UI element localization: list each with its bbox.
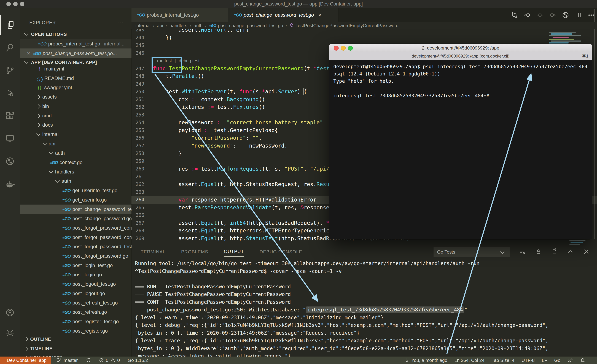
- status-ln-264-col-24[interactable]: Ln 264, Col 24: [455, 358, 485, 363]
- code-text: t.Parallel(): [153, 72, 204, 80]
- scroll-lock-icon[interactable]: [535, 248, 542, 256]
- activity-search-icon[interactable]: [0, 38, 20, 57]
- explorer-more-actions-icon[interactable]: ···: [117, 18, 124, 27]
- activity-remote-explorer-icon[interactable]: [0, 129, 20, 148]
- terminal-content[interactable]: development@f45d06096929:/app$ psql inte…: [329, 60, 592, 239]
- status-go[interactable]: Go: [554, 358, 560, 363]
- output-channel-select[interactable]: Go Tests: [433, 247, 510, 257]
- tree-item-bin[interactable]: bin: [20, 101, 132, 111]
- panel-tab-debug-console[interactable]: DEBUG CONSOLE: [259, 249, 302, 256]
- tree-item-post-forgot-password-compl-[interactable]: ≡GOpost_forgot_password_compl...: [20, 223, 132, 232]
- open-editors-title: OPEN EDITORS: [31, 32, 67, 37]
- breadcrumb-item[interactable]: post_change_password_test.go: [218, 23, 283, 28]
- close-panel-icon[interactable]: [583, 248, 590, 256]
- tree-item-post-forgot-password-compl-[interactable]: ≡GOpost_forgot_password_compl...: [20, 232, 132, 242]
- activity-source-control-icon[interactable]: [0, 61, 20, 80]
- terminal-line: integresql_test_73d8d68525832049332587fe…: [333, 92, 489, 99]
- status-utf-8[interactable]: UTF-8: [521, 358, 535, 363]
- tree-item-post-change-password-test-go[interactable]: ≡GOpost_change_password_test.go: [20, 205, 132, 214]
- clear-output-icon[interactable]: [519, 248, 526, 256]
- status-sync-icon[interactable]: [86, 358, 91, 363]
- minimap-line: [569, 244, 580, 245]
- section-outline[interactable]: OUTLINE: [20, 334, 132, 344]
- open-in-editor-icon[interactable]: [551, 248, 558, 256]
- code-text: payload := test.GenericPayload{: [153, 126, 278, 134]
- status-go-1-15-2[interactable]: Go 1.15.2: [128, 358, 148, 363]
- tree-item-api[interactable]: api: [20, 139, 132, 148]
- panel-tab-problems[interactable]: PROBLEMS: [181, 249, 208, 256]
- tree-item-handlers[interactable]: handlers: [20, 167, 132, 177]
- activity-settings-gear-icon[interactable]: [0, 323, 20, 343]
- tree-item-cmd[interactable]: cmd: [20, 111, 132, 120]
- tree-item-label: post_forgot_password_compl...: [72, 225, 132, 231]
- breadcrumb-item[interactable]: handlers: [170, 23, 187, 28]
- tree-item-post-refresh-test-go[interactable]: ≡GOpost_refresh_test.go: [20, 298, 132, 308]
- activity-run-debug-icon[interactable]: [0, 83, 20, 103]
- chevron-down-icon: [24, 31, 28, 36]
- tree-item-post-login-test-go[interactable]: ≡GOpost_login_test.go: [20, 261, 132, 270]
- panel-tab-output[interactable]: OUTPUT: [224, 249, 244, 257]
- tree-item-context-go[interactable]: ≡GOcontext.go: [20, 158, 132, 167]
- maximize-panel-icon[interactable]: [567, 248, 574, 256]
- status-remote-indicator[interactable]: Dev Container: app: [0, 356, 51, 364]
- output-channel-label: Go Tests: [437, 249, 455, 255]
- status-lf[interactable]: LF: [542, 358, 547, 363]
- go-file-icon: ≡GO: [62, 282, 71, 287]
- activity-docker-icon[interactable]: [0, 174, 20, 194]
- tree-item-docs[interactable]: docs: [20, 120, 132, 130]
- tree-item-swagger-yml[interactable]: {}swagger.yml: [20, 83, 132, 92]
- tree-item-get-userinfo-go[interactable]: ≡GOget_userinfo.go: [20, 195, 132, 205]
- breadcrumb-item[interactable]: internal: [135, 23, 150, 28]
- tree-item-post-forgot-password-go[interactable]: ≡GOpost_forgot_password.go: [20, 251, 132, 261]
- panel-tab-terminal[interactable]: TERMINAL: [141, 249, 165, 256]
- editor-scrollbar[interactable]: [595, 9, 595, 239]
- open-editor-item[interactable]: ≡GOprobes_internal_test.go internal...: [20, 39, 132, 48]
- breadcrumb[interactable]: internal›api›handlers›auth›≡GOpost_chang…: [132, 22, 597, 29]
- tree-item-post-register-go[interactable]: ≡GOpost_register.go: [20, 326, 132, 336]
- tree-item-auth[interactable]: auth: [20, 176, 132, 186]
- breadcrumb-item[interactable]: api: [157, 23, 163, 28]
- breadcrumb-item[interactable]: auth: [194, 23, 203, 28]
- tree-item-auth[interactable]: auth: [20, 148, 132, 158]
- close-editor-icon[interactable]: ×: [27, 50, 30, 56]
- activity-account-icon[interactable]: [0, 303, 20, 322]
- status-problems[interactable]: 00: [99, 358, 120, 363]
- activity-files-icon[interactable]: [0, 15, 20, 35]
- tree-item-post-register-test-go[interactable]: ≡GOpost_register_test.go: [20, 317, 132, 326]
- open-editors-header[interactable]: OPEN EDITORS: [20, 30, 132, 39]
- tree-item-post-change-password-go[interactable]: ≡GOpost_change_password.go: [20, 214, 132, 223]
- section-npm-scripts[interactable]: NPM SCRIPTS: [20, 353, 132, 356]
- line-number: 267: [132, 219, 144, 227]
- terminal-line: psql (12.4 (Debian 12.4-1.pgdg100+1)): [333, 70, 440, 77]
- tree-item-internal[interactable]: internal: [20, 130, 132, 139]
- activity-extensions-icon[interactable]: [0, 106, 20, 125]
- tree-item-post-refresh-go[interactable]: ≡GOpost_refresh.go: [20, 307, 132, 317]
- remote-label: Dev Container: app: [7, 358, 47, 363]
- status-label: Ln 264, Col 24: [455, 358, 485, 363]
- readme-info-icon: i: [37, 74, 43, 83]
- line-number: 257: [132, 142, 144, 150]
- tree-item-label: assets: [42, 94, 57, 100]
- status-tab-size-4[interactable]: Tab Size: 4: [492, 358, 515, 363]
- tree-item-post-logout-go[interactable]: ≡GOpost_logout.go: [20, 289, 132, 298]
- tree-item-main-yml[interactable]: !main.yml: [20, 64, 132, 74]
- tree-item-post-login-go[interactable]: ≡GOpost_login.go: [20, 270, 132, 279]
- output-console[interactable]: Running tool: /usr/local/go/bin/go test …: [135, 260, 597, 356]
- status-bell-icon[interactable]: [580, 358, 585, 363]
- status-feedback-icon[interactable]: [567, 358, 573, 363]
- terminal-tab-label[interactable]: development@f45d06096929: /app (com.dock…: [329, 52, 592, 60]
- terminal-window[interactable]: 2. development@f45d06096929: /app develo…: [329, 44, 592, 239]
- tree-item-get-userinfo-test-go[interactable]: ≡GOget_userinfo_test.go: [20, 186, 132, 195]
- section-timeline[interactable]: TIMELINE: [20, 344, 132, 353]
- tree-item-README-md[interactable]: iREADME.md: [20, 74, 132, 83]
- activity-git-graph-icon[interactable]: [0, 151, 20, 171]
- status-branch[interactable]: master: [56, 358, 78, 363]
- line-number: 253: [132, 111, 144, 119]
- tree-item-post-logout-test-go[interactable]: ≡GOpost_logout_test.go: [20, 279, 132, 289]
- tree-item-assets[interactable]: assets: [20, 92, 132, 101]
- status-you-a-month-ago[interactable]: You, a month ago: [404, 358, 448, 363]
- tree-item-post-forgot-password-test-go[interactable]: ≡GOpost_forgot_password_test.go: [20, 242, 132, 251]
- open-editor-item[interactable]: ×≡GOpost_change_password_test.go...: [20, 48, 132, 58]
- breadcrumb-item[interactable]: TestPostChangePasswordEmptyCurrentPasswo…: [296, 23, 398, 28]
- output-line: "bytes_in":"0"},"middleware":"auth","aut…: [135, 345, 548, 352]
